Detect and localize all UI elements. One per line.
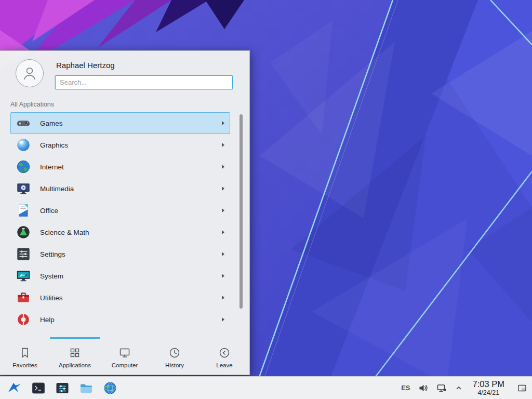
category-label: Internet: [40, 163, 214, 171]
tab-favorites[interactable]: Favorites: [0, 337, 50, 375]
grid-icon: [69, 347, 81, 359]
browser-globe-icon: [103, 381, 117, 395]
tray-expander-icon[interactable]: [455, 384, 463, 392]
section-label-all-applications: All Applications: [0, 95, 249, 111]
toolbox-icon: [15, 289, 32, 306]
help-icon: [15, 311, 32, 328]
user-name: Raphael Hertzog: [56, 61, 233, 70]
category-label: Utilities: [40, 294, 214, 302]
category-label: System: [40, 272, 214, 280]
system-monitor-icon: [15, 268, 32, 284]
category-label: Graphics: [40, 141, 214, 149]
konsole-launcher[interactable]: [53, 379, 72, 397]
desktop: Raphael Hertzog All Applications: [0, 0, 532, 399]
clock-time: 7:03 PM: [473, 379, 504, 389]
system-tray: ES: [401, 379, 529, 397]
category-row-settings[interactable]: Settings: [10, 243, 230, 265]
category-label: Settings: [40, 250, 214, 258]
search-input[interactable]: [55, 75, 233, 89]
media-player-icon: [15, 180, 32, 197]
globe-icon: [15, 158, 32, 175]
launcher-tab-bar: Favorites Applications Computer: [0, 337, 249, 375]
tab-label: Favorites: [12, 362, 37, 368]
category-row-games[interactable]: Games: [10, 112, 230, 134]
leave-icon: [218, 347, 231, 359]
tab-label: Leave: [216, 362, 232, 368]
category-label: Games: [40, 119, 214, 127]
submenu-arrow-icon: [222, 296, 224, 300]
category-row-graphics[interactable]: Graphics: [10, 134, 230, 156]
terminal-icon: [31, 381, 46, 395]
tab-label: Applications: [59, 362, 91, 368]
category-row-system[interactable]: System: [10, 265, 230, 287]
tab-computer[interactable]: Computer: [100, 337, 150, 375]
category-label: Multimedia: [40, 185, 214, 193]
sphere-icon: [15, 137, 32, 153]
show-desktop-button[interactable]: [515, 379, 529, 397]
submenu-arrow-icon: [222, 143, 224, 147]
submenu-arrow-icon: [222, 252, 224, 256]
tab-label: History: [165, 362, 184, 368]
show-desktop-icon: [517, 383, 527, 393]
submenu-arrow-icon: [222, 121, 224, 125]
web-browser-launcher[interactable]: [101, 379, 119, 397]
tab-applications[interactable]: Applications: [50, 337, 100, 375]
document-icon: [15, 202, 32, 219]
kali-logo-icon: [7, 381, 22, 395]
app-launcher-button[interactable]: [5, 379, 24, 397]
taskbar-panel: ES: [0, 376, 532, 399]
sliders-icon: [15, 246, 32, 262]
submenu-arrow-icon: [222, 230, 224, 234]
keyboard-layout-indicator[interactable]: ES: [401, 384, 410, 392]
submenu-arrow-icon: [222, 208, 224, 212]
category-label: Science & Math: [40, 229, 214, 236]
submenu-arrow-icon: [222, 187, 224, 191]
category-row-multimedia[interactable]: Multimedia: [10, 178, 230, 200]
category-row-internet[interactable]: Internet: [10, 156, 230, 178]
submenu-arrow-icon: [222, 274, 224, 278]
category-row-utilities[interactable]: Utilities: [10, 287, 230, 309]
user-avatar: [16, 59, 44, 87]
file-manager-launcher[interactable]: [77, 379, 96, 397]
terminal-launcher[interactable]: [29, 379, 48, 397]
digital-clock[interactable]: 7:03 PM 4/24/21: [473, 379, 504, 396]
tab-label: Computer: [112, 362, 138, 368]
bookmark-icon: [19, 347, 31, 359]
taskbar-launchers: [5, 379, 119, 397]
tab-history[interactable]: History: [150, 337, 200, 375]
application-launcher-menu: Raphael Hertzog All Applications: [0, 50, 250, 375]
launcher-header: Raphael Hertzog: [0, 51, 249, 95]
network-icon[interactable]: [436, 383, 447, 393]
person-icon: [21, 64, 38, 82]
tab-leave[interactable]: Leave: [200, 337, 249, 375]
application-category-list: Games Graphics: [0, 111, 249, 337]
clock-icon: [168, 347, 181, 359]
category-label: Office: [40, 207, 214, 215]
submenu-arrow-icon: [222, 317, 224, 322]
flask-icon: [15, 224, 32, 241]
gamepad-icon: [15, 115, 32, 131]
list-scrollbar[interactable]: [240, 114, 243, 309]
launcher-header-right: Raphael Hertzog: [55, 59, 233, 89]
folder-icon: [79, 381, 94, 395]
clock-date: 4/24/21: [473, 389, 504, 396]
submenu-arrow-icon: [222, 165, 224, 169]
category-row-help[interactable]: Help: [10, 309, 230, 330]
category-label: Help: [40, 316, 214, 324]
volume-icon[interactable]: [418, 383, 429, 393]
category-row-science-math[interactable]: Science & Math: [10, 221, 230, 243]
category-row-office[interactable]: Office: [10, 200, 230, 221]
monitor-icon: [118, 347, 131, 359]
console-settings-icon: [55, 381, 70, 395]
